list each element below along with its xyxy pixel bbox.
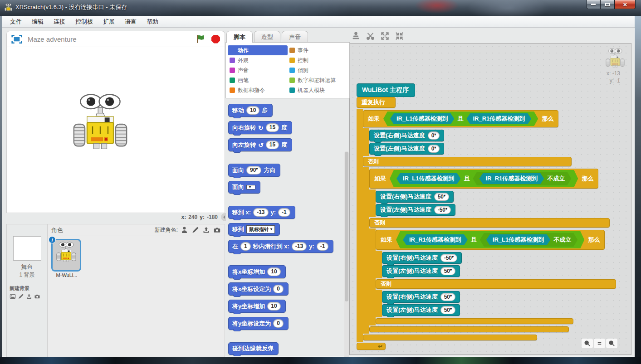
tab-costumes[interactable]: 造型 bbox=[254, 31, 280, 43]
menu-item-文件[interactable]: 文件 bbox=[5, 16, 26, 27]
motor-speed-dropdown[interactable]: -50 bbox=[434, 206, 451, 214]
motor-speed-dropdown[interactable]: 0 bbox=[428, 145, 440, 153]
set-left-motor-block[interactable]: 设置(左侧)马达速度 50 bbox=[382, 304, 460, 316]
palette-block[interactable]: 将y坐标增加10 bbox=[228, 300, 286, 313]
new-backdrop-brush-icon[interactable] bbox=[18, 293, 24, 300]
ir-l1-sensor-block[interactable]: IR_L1传感器检测到 bbox=[396, 173, 460, 184]
ir-r1-sensor-block[interactable]: IR_R1传感器检测到 bbox=[479, 173, 544, 184]
category-控制[interactable]: 控制 bbox=[288, 55, 347, 65]
number-input[interactable]: 1 bbox=[240, 242, 251, 251]
zoomin-button[interactable] bbox=[606, 339, 617, 348]
and-block[interactable]: IR_L1传感器检测到 且 IR_R1传感器检测到 不成立 bbox=[390, 170, 578, 187]
grow-icon[interactable] bbox=[381, 32, 389, 40]
category-数字和逻辑运算[interactable]: 数字和逻辑运算 bbox=[288, 75, 347, 85]
palette-block[interactable]: 将y坐标设定为0 bbox=[228, 317, 289, 330]
palette-block[interactable]: 向右旋转↻15度 bbox=[228, 121, 292, 134]
category-机器人模块[interactable]: 机器人模块 bbox=[288, 85, 347, 95]
new-sprite-camera-icon[interactable] bbox=[213, 226, 221, 234]
palette-block[interactable]: 面向 bbox=[228, 181, 260, 194]
menu-item-语言[interactable]: 语言 bbox=[120, 16, 141, 27]
set-right-motor-block[interactable]: 设置(右侧)马达速度 50 bbox=[382, 291, 460, 303]
sprite-thumbnail[interactable] bbox=[51, 239, 81, 272]
number-input[interactable]: -13 bbox=[253, 208, 268, 217]
if3-top-bar[interactable]: 如果 IR_R1传感器检测到 且 IR_L1传感器检测到 不成立 bbox=[376, 230, 605, 250]
stage-thumbnail[interactable] bbox=[13, 236, 41, 261]
equals-button[interactable] bbox=[594, 339, 605, 348]
and-block[interactable]: IR_R1传感器检测到 且 IR_L1传感器检测到 不成立 bbox=[396, 231, 584, 248]
dropdown[interactable] bbox=[246, 185, 255, 189]
category-外观[interactable]: 外观 bbox=[228, 55, 288, 65]
fullscreen-icon[interactable] bbox=[11, 35, 22, 44]
palette-block[interactable]: 移动10步 bbox=[228, 104, 273, 117]
palette-block[interactable]: 向左旋转↺15度 bbox=[228, 138, 292, 151]
menu-item-帮助[interactable]: 帮助 bbox=[142, 16, 163, 27]
tab-scripts[interactable]: 脚本 bbox=[226, 31, 253, 43]
if3-else-bar[interactable]: 否则 bbox=[376, 279, 616, 289]
forever-bottom-bar[interactable] bbox=[357, 343, 386, 350]
robot-sprite[interactable] bbox=[73, 93, 128, 150]
motor-speed-dropdown[interactable]: 50 bbox=[440, 267, 455, 275]
new-sprite-person-icon[interactable] bbox=[181, 226, 188, 234]
sprite-card[interactable]: M-WuLi... bbox=[51, 239, 82, 278]
set-right-motor-block[interactable]: 设置(右侧)马达速度 50 bbox=[376, 191, 454, 203]
not-block[interactable]: IR_L1传感器检测到 不成立 bbox=[480, 233, 577, 247]
if2-else-bar[interactable]: 否则 bbox=[369, 218, 610, 228]
palette-block[interactable]: 将x坐标设定为0 bbox=[228, 282, 289, 296]
ir-r1-sensor-block[interactable]: IR_R1传感器检测到 bbox=[466, 113, 531, 124]
new-sprite-upload-icon[interactable] bbox=[202, 226, 210, 234]
forever-top-bar[interactable]: 重复执行 bbox=[357, 97, 396, 108]
new-backdrop-camera-icon[interactable] bbox=[34, 293, 40, 300]
if2-top-bar[interactable]: 如果 IR_L1传感器检测到 且 IR_R1传感器检测到 不成立 bbox=[369, 169, 598, 189]
palette-block[interactable]: 在1秒内滑行到 x:-13y:-1 bbox=[228, 240, 333, 253]
number-input[interactable]: 0 bbox=[273, 319, 284, 328]
menu-item-编辑[interactable]: 编辑 bbox=[27, 16, 48, 27]
ir-r1-sensor-block[interactable]: IR_R1传感器检测到 bbox=[403, 234, 468, 245]
category-侦测[interactable]: 侦测 bbox=[288, 65, 347, 75]
sprite-info-icon[interactable] bbox=[49, 236, 56, 243]
if2-end-bar[interactable] bbox=[369, 326, 569, 332]
stamp-icon[interactable] bbox=[352, 32, 360, 40]
palette-block[interactable]: 碰到边缘就反弹 bbox=[228, 342, 279, 355]
category-数据和指令[interactable]: 数据和指令 bbox=[228, 85, 288, 95]
category-事件[interactable]: 事件 bbox=[288, 45, 347, 55]
set-right-motor-block[interactable]: 设置(右侧)马达速度 -50 bbox=[382, 252, 462, 264]
stop-button[interactable] bbox=[211, 35, 220, 44]
scissors-icon[interactable] bbox=[366, 32, 375, 40]
maximize-button[interactable] bbox=[600, 0, 615, 9]
and-block[interactable]: IR_L1传感器检测到 且 IR_R1传感器检测到 bbox=[383, 112, 538, 126]
motor-speed-dropdown[interactable]: 50 bbox=[434, 193, 449, 201]
tab-sounds[interactable]: 声音 bbox=[282, 31, 308, 43]
number-input[interactable]: 10 bbox=[267, 267, 280, 276]
zoomout-button[interactable] bbox=[582, 339, 593, 348]
hat-block-wulibot-main[interactable]: WuLiBot 主程序 bbox=[357, 83, 415, 97]
dropdown[interactable]: 鼠标指针 bbox=[246, 225, 275, 233]
number-input[interactable]: 10 bbox=[246, 106, 259, 115]
ir-l1-sensor-block[interactable]: IR_L1传感器检测到 bbox=[390, 113, 454, 124]
menu-item-连接[interactable]: 连接 bbox=[49, 16, 70, 27]
if1-end-bar[interactable] bbox=[363, 335, 537, 340]
menu-item-控制板[interactable]: 控制板 bbox=[71, 16, 98, 27]
ir-l1-sensor-block[interactable]: IR_L1传感器检测到 bbox=[486, 234, 550, 245]
category-画笔[interactable]: 画笔 bbox=[228, 75, 288, 85]
palette-scrollbar-thumb[interactable] bbox=[345, 152, 348, 301]
if1-else-bar[interactable]: 否则 bbox=[363, 157, 572, 166]
set-left-motor-block[interactable]: 设置(左侧)马达速度 50 bbox=[382, 265, 460, 277]
new-backdrop-picture-icon[interactable] bbox=[10, 293, 16, 300]
number-input[interactable]: 10 bbox=[267, 302, 280, 311]
number-input[interactable]: 0 bbox=[273, 285, 284, 293]
shrink-icon[interactable] bbox=[395, 32, 404, 40]
if3-end-bar[interactable] bbox=[376, 318, 573, 324]
number-input[interactable]: 15 bbox=[266, 123, 279, 132]
palette-scrollbar[interactable] bbox=[344, 151, 349, 364]
stage-canvas[interactable] bbox=[6, 47, 225, 213]
number-input[interactable]: -13 bbox=[292, 242, 307, 251]
palette-block[interactable]: 面向90方向 bbox=[228, 164, 280, 177]
script-area[interactable]: x: -13 y: -1 WuLiBot 主程序 重复执行 如果 IR_L1传感… bbox=[349, 43, 631, 355]
palette-block[interactable]: 将x坐标增加10 bbox=[228, 265, 286, 278]
motor-speed-dropdown[interactable]: 50 bbox=[440, 293, 455, 301]
not-block[interactable]: IR_R1传感器检测到 不成立 bbox=[473, 172, 571, 185]
new-sprite-brush-icon[interactable] bbox=[191, 226, 199, 234]
green-flag-button[interactable] bbox=[196, 34, 206, 44]
motor-speed-dropdown[interactable]: 50 bbox=[440, 306, 455, 314]
menu-item-扩展[interactable]: 扩展 bbox=[98, 16, 119, 27]
